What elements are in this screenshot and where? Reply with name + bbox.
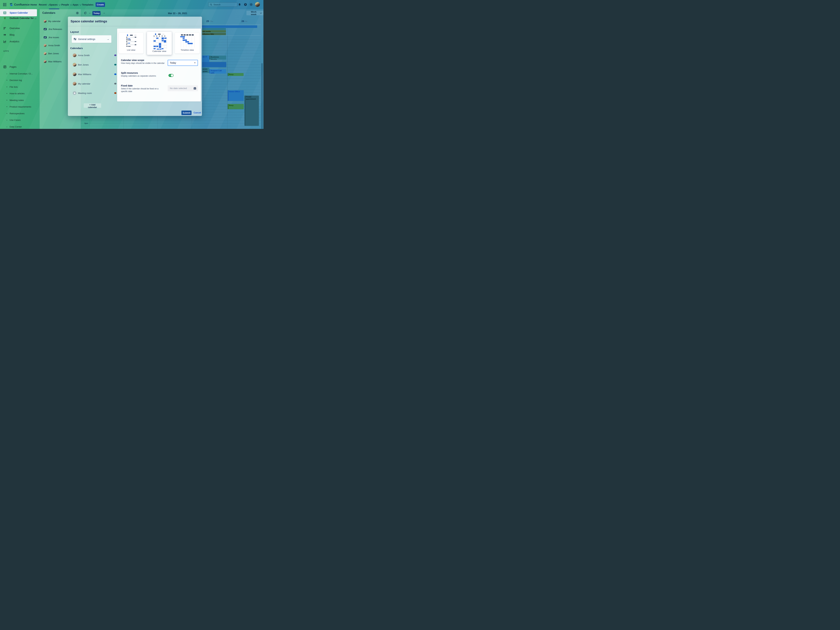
search-icon <box>210 3 212 6</box>
event-paid-media[interactable]: aid media <box>202 30 226 32</box>
top-nav: Confluence Home Recent Spaces People App… <box>0 0 264 9</box>
confluence-app: Confluence Home Recent Spaces People App… <box>0 0 264 129</box>
fixed-date-input[interactable] <box>169 87 190 90</box>
general-settings-label: General settings <box>78 38 107 41</box>
split-resources-toggle[interactable]: ✓ <box>169 74 174 77</box>
sidebar-tree-item[interactable]: •How-to articles <box>0 92 39 95</box>
modal-title: Space calendar settings <box>71 19 107 23</box>
list-view-option[interactable]: List view <box>119 33 144 54</box>
event-home-office[interactable]: Home Office <box>228 90 244 101</box>
calendar-list-item[interactable]: Max Williams <box>44 60 62 63</box>
scope-select[interactable]: Today <box>168 60 198 66</box>
view-option-label: Calendar view <box>152 50 166 52</box>
event-private-appointment[interactable]: Private appointment <box>245 96 259 126</box>
svg-text:?: ? <box>245 3 246 6</box>
modal-calendar-row[interactable]: My calendar <box>73 82 117 85</box>
sidebar-tree-item[interactable]: ›Use Cases <box>0 118 39 122</box>
modal-calendar-row[interactable]: Ben Jones <box>73 63 117 66</box>
event-allday-teal[interactable] <box>202 28 226 30</box>
modal-calendar-row[interactable]: Max Williams <box>73 73 117 76</box>
calendar-list-item[interactable]: My calendar <box>44 20 61 23</box>
calendar-color-dot[interactable] <box>114 83 117 85</box>
calendar-settings-gear-icon[interactable] <box>76 12 79 15</box>
event-unlabeled-blue[interactable] <box>202 62 226 67</box>
active-tab-indicator <box>49 9 59 9</box>
user-avatar[interactable] <box>255 2 260 7</box>
search-input[interactable] <box>213 3 234 6</box>
sidebar-item-blog[interactable]: Blog <box>0 33 39 37</box>
nav-item-recent[interactable]: Recent <box>39 3 49 6</box>
sidebar-item-analytics[interactable]: Analytics <box>0 39 39 44</box>
app-switcher-icon[interactable] <box>3 3 6 7</box>
calendar-list-item[interactable]: Jira issues <box>44 36 59 39</box>
analytics-chart-icon <box>3 40 6 43</box>
sidebar-tree-item[interactable]: •Decision log <box>0 78 39 82</box>
avatar <box>73 54 76 57</box>
add-calendar-button[interactable]: + Add calendar <box>84 103 101 108</box>
sidebar-item-pages[interactable]: Pages <box>0 65 39 69</box>
help-icon[interactable]: ? <box>244 3 247 7</box>
settings-gear-icon[interactable] <box>249 3 253 7</box>
sidebar-space-header[interactable]: Outlook Calendar for ... <box>0 16 39 21</box>
vertical-scrollbar[interactable] <box>261 63 262 129</box>
calendar-list-item[interactable]: Ben Jones <box>44 52 59 55</box>
avatar <box>44 44 47 47</box>
calendar-list-item[interactable]: Anna Smith <box>44 44 60 47</box>
event-busy-2[interactable]: Busy <box>228 104 244 109</box>
chevron-right-icon: › <box>6 125 8 128</box>
chevron-down-icon <box>260 12 262 14</box>
sidebar-item-overview[interactable]: Overview <box>0 26 39 30</box>
create-button[interactable]: Create <box>96 2 105 7</box>
chevron-right-icon: › <box>6 119 8 121</box>
event-support-call[interactable]: Support Call with <box>210 69 226 74</box>
cancel-button[interactable]: Cancel <box>194 111 201 114</box>
modal-calendar-row[interactable]: Meeting room <box>73 91 117 95</box>
timeline-view-option[interactable]: Timeline view <box>175 33 200 54</box>
submit-button[interactable]: Submit <box>182 111 191 115</box>
avatar <box>73 73 76 76</box>
calendar-color-dot[interactable] <box>114 64 117 66</box>
nav-item-spaces[interactable]: Spaces <box>49 3 60 6</box>
next-arrow-icon[interactable]: → <box>103 11 105 14</box>
avatar <box>73 82 76 85</box>
calendar-color-dot[interactable] <box>114 92 117 94</box>
event-business-weekly[interactable]: Business Weekly <box>210 55 226 60</box>
sidebar-tree-item[interactable]: •Meeting notes <box>0 98 39 102</box>
fixed-date-field[interactable] <box>168 85 198 91</box>
notifications-bell-icon[interactable] <box>238 3 241 7</box>
calendar-color-dot[interactable] <box>114 73 117 75</box>
nav-item-apps[interactable]: Apps <box>73 3 81 6</box>
modal-calendar-row[interactable]: Anna Smith <box>73 54 117 57</box>
scope-select-value: Today <box>170 62 194 64</box>
calendar-color-dot[interactable] <box>114 54 117 56</box>
sidebar-item-space-calendar[interactable]: Space Calendar <box>0 9 37 16</box>
nav-item-templates[interactable]: Templates <box>82 3 93 6</box>
refresh-icon[interactable] <box>84 12 87 15</box>
event-allday-span[interactable] <box>202 25 257 28</box>
toggle-knob <box>171 74 173 77</box>
bullet-icon: • <box>6 112 8 115</box>
calendar-view-option[interactable]: Calendar view <box>147 32 172 55</box>
prev-arrow-icon[interactable]: ← <box>89 11 92 14</box>
event-busy-1[interactable]: Busy <box>228 73 243 76</box>
nav-item-people[interactable]: People <box>61 3 71 6</box>
arrow-right-icon: → <box>107 38 109 41</box>
chevron-down-icon <box>79 3 82 6</box>
event-termin[interactable]: ermin splatz <box>202 68 209 73</box>
view-selector-button[interactable]: Work week <box>246 11 264 15</box>
sidebar-tree-item[interactable]: •Product requirements <box>0 105 39 109</box>
split-resources-desc: Display calendars as separate columns <box>121 75 156 77</box>
general-settings-item[interactable]: General settings → <box>72 35 111 43</box>
sidebar-tree-item[interactable]: •File lists <box>0 85 39 89</box>
space-logo-icon <box>3 16 6 20</box>
sidebar-tree-item[interactable]: ›Data Center <box>0 125 39 129</box>
event-confluence-wiki[interactable]: nfluence Wiki <box>202 33 226 35</box>
today-button[interactable]: Today <box>92 11 101 15</box>
nav-item-home[interactable]: Home <box>30 3 37 6</box>
calendar-picker-icon[interactable] <box>194 87 196 90</box>
search-box[interactable] <box>208 2 237 7</box>
calendar-list-item[interactable]: Jira Releases <box>44 28 62 30</box>
sidebar-tree-item[interactable]: •Retrospectives <box>0 111 39 115</box>
day-header: 26Fri <box>242 20 247 23</box>
sidebar-tree-item[interactable]: ›Internal Concetps / D... <box>0 71 39 76</box>
